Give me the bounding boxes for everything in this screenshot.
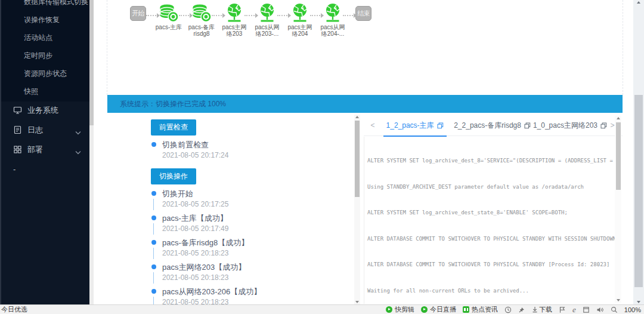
today-live-button[interactable]: 今日直播	[421, 305, 456, 314]
sidebar-item-label: -	[13, 165, 16, 174]
flow-node-label: pacs从网络203-...	[255, 24, 279, 37]
log-line: ALTER DATABASE COMMIT TO SWITCHOVER TO P…	[367, 260, 615, 269]
download-label: 下载	[539, 305, 552, 314]
document-icon	[13, 125, 22, 134]
quick-clip-button[interactable]: 快剪辑	[386, 305, 414, 314]
timeline-dot-icon	[151, 240, 156, 245]
tab-pacs-primary-db[interactable]: 1_2_pacs-主库	[377, 115, 453, 136]
timeline-dot-icon	[151, 216, 156, 220]
scroll-down-icon[interactable]	[615, 297, 621, 303]
zoom-level[interactable]: 100%	[624, 306, 641, 313]
scroll-up-icon[interactable]	[633, 0, 644, 5]
sidebar-scrollbar-thumb[interactable]	[89, 0, 94, 125]
window-icon[interactable]	[583, 306, 590, 313]
taskbar-app-label: 今日直播	[430, 305, 456, 314]
flow-node-pacs-secondary-net-203[interactable]: pacs从网络203-...	[257, 3, 277, 37]
tab-label: 1_2_pacs-主库	[386, 121, 434, 131]
database-icon	[159, 3, 179, 23]
pin-icon[interactable]	[518, 306, 525, 313]
timeline-item: pacs-备库risdg8【成功】 2021-08-05 20:18:23	[151, 238, 354, 258]
scroll-down-icon[interactable]	[354, 299, 360, 304]
copy-icon[interactable]	[600, 122, 607, 129]
page-scrollbar-thumb[interactable]	[634, 95, 643, 287]
sidebar-item-scheduled-sync[interactable]: 定时同步	[1, 47, 89, 64]
copy-icon[interactable]	[524, 122, 531, 129]
sidebar-item-deploy[interactable]: 部署	[1, 140, 89, 159]
scroll-up-icon[interactable]	[354, 115, 360, 120]
taskbar-left-label[interactable]: 今日优选	[1, 305, 27, 314]
app-window: 数据库传输模式切换 误操作恢复 活动站点 定时同步 资源同步状态 快照 业务系统…	[0, 0, 644, 314]
flag-icon[interactable]	[559, 306, 566, 313]
taskbar-app-label: 热点资讯	[472, 305, 498, 314]
log-line: ALTER DATABASE COMMIT TO SWITCHOVER TO P…	[367, 235, 615, 244]
timeline-connector	[153, 297, 154, 304]
tab-label: 2_2_pacs-备库risdg8	[454, 121, 521, 131]
flow-node-pacs-secondary-net-204[interactable]: pacs从网络204-...	[323, 3, 343, 37]
flow-connector	[310, 15, 323, 16]
log-line: ALTER SYSTEM SET log_archive_dest_8='SER…	[367, 156, 615, 165]
tab-pacs-primary-net-203[interactable]: 1_0_pacs主网络203	[532, 115, 608, 136]
flow-node-pacs-primary-net-203[interactable]: pacs主网络203	[224, 3, 244, 37]
sidebar-item-misoperation-recovery[interactable]: 误操作恢复	[1, 11, 89, 29]
timeline-item-title: 切换开始	[162, 189, 354, 199]
flow-start-node[interactable]: 开始	[130, 6, 146, 21]
timeline-connector	[153, 223, 154, 235]
sidebar-scrollbar	[89, 0, 94, 304]
play-circle-icon	[421, 306, 428, 313]
sidebar: 数据库传输模式切换 误操作恢复 活动站点 定时同步 资源同步状态 快照 业务系统…	[0, 0, 89, 304]
download-button[interactable]: 下载	[532, 305, 552, 314]
ie-glyph: e	[572, 306, 576, 313]
flow-node-pacs-primary-db[interactable]: pacs-主库	[159, 3, 179, 30]
timeline-connector	[153, 272, 154, 284]
flow-connector	[244, 15, 257, 16]
switchover-flow-canvas: 开始 pacs-主库 pacs-备库risdg8 pacs主	[107, 0, 623, 95]
timeline-item: 切换前置检查 2021-08-05 20:17:24	[151, 140, 354, 160]
page-scrollbar	[633, 0, 644, 304]
sidebar-item-snapshot[interactable]: 快照	[1, 82, 89, 100]
log-scrollbar-thumb[interactable]	[616, 122, 621, 190]
timeline-scrollbar-thumb[interactable]	[355, 121, 360, 197]
sidebar-item-label: 日志	[27, 125, 43, 136]
precheck-badge-button[interactable]: 前置检查	[151, 119, 196, 136]
log-tab-bar: < 1_2_pacs-主库 2_2_pacs-备库risdg8	[364, 115, 623, 136]
speaker-icon[interactable]	[596, 306, 604, 313]
tab-scroll-left-icon[interactable]: <	[369, 121, 377, 130]
log-line: Waiting for all non-current ORLs to be a…	[367, 287, 615, 295]
sidebar-item-label: 部署	[27, 144, 43, 155]
sidebar-menu: 业务系统 日志 部署 -	[1, 100, 89, 179]
timeline-connector	[153, 248, 154, 259]
flow-node-pacs-primary-net-204[interactable]: pacs主网络204	[290, 3, 310, 37]
sidebar-item-db-transfer-mode[interactable]: 数据库传输模式切换	[1, 0, 89, 11]
flow-connector	[277, 15, 290, 16]
sidebar-item-logs[interactable]: 日志	[1, 120, 89, 140]
history-icon[interactable]	[504, 306, 512, 313]
sidebar-item-active-site[interactable]: 活动站点	[1, 29, 89, 47]
timeline-item: 切换开始 2021-08-05 20:17:25	[151, 189, 354, 209]
scroll-up-icon[interactable]	[615, 116, 621, 121]
ie-browser-icon[interactable]: e	[572, 306, 576, 313]
scroll-down-icon[interactable]	[633, 299, 644, 304]
switchover-badge-button[interactable]: 切换操作	[151, 168, 196, 184]
sidebar-item-label: 业务系统	[27, 105, 58, 116]
log-line: Using STANDBY_ARCHIVE_DEST parameter def…	[367, 183, 615, 192]
flow-end-node[interactable]: 结束	[355, 6, 371, 21]
timeline-connector	[153, 199, 154, 210]
copy-icon[interactable]	[437, 122, 444, 129]
timeline-dot-icon	[151, 142, 156, 147]
tab-pacs-standby-db[interactable]: 2_2_pacs-备库risdg8	[453, 115, 532, 136]
timeline-item-time: 2021-08-05 20:17:25	[162, 199, 354, 209]
timeline-item-title: pacs从网络203-206【成功】	[162, 287, 354, 297]
timeline-item-time: 2021-08-05 20:17:24	[162, 150, 354, 160]
sidebar-item-dash[interactable]: -	[1, 159, 89, 179]
sidebar-item-business-system[interactable]: 业务系统	[1, 100, 89, 120]
flow-node-label: pacs主网络203	[222, 24, 246, 37]
database-icon	[191, 3, 212, 23]
sidebar-item-resource-sync-status[interactable]: 资源同步状态	[1, 64, 89, 82]
flow-node-label: pacs从网络204-...	[320, 24, 345, 37]
hot-news-button[interactable]: 热点资讯	[463, 305, 498, 314]
timeline-item-title: pacs主网络203【成功】	[162, 262, 354, 272]
magnifier-icon[interactable]	[611, 306, 618, 313]
flow-node-pacs-standby-db[interactable]: pacs-备库risdg8	[191, 3, 212, 37]
log-line: ALTER SYSTEM SET log_archive_dest_state_…	[367, 208, 615, 217]
timeline-group-switchover: 切换操作 切换开始 2021-08-05 20:17:25 pacs-主库【成功…	[151, 168, 354, 304]
